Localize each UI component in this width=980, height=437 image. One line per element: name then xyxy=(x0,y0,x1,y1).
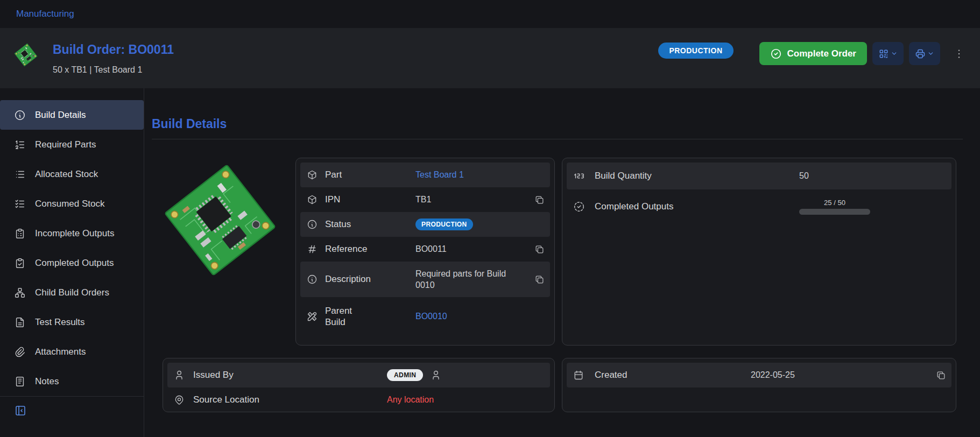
sidebar-item-child-build-orders[interactable]: Child Build Orders xyxy=(0,278,144,307)
copy-button[interactable] xyxy=(534,274,545,285)
part-thumbnail[interactable] xyxy=(13,42,39,68)
build-quantity-label: Build Quantity xyxy=(595,171,799,181)
sidebar-item-completed-outputs[interactable]: Completed Outputs xyxy=(0,248,144,278)
info-circle-icon xyxy=(14,109,26,121)
page-subtitle: 50 x TB1 | Test Board 1 xyxy=(53,65,174,75)
sidebar-item-required-parts[interactable]: Required Parts xyxy=(0,130,144,159)
tools-icon xyxy=(307,311,318,322)
paperclip-icon xyxy=(14,346,26,358)
chevron-down-icon xyxy=(927,50,934,57)
source-location-label: Source Location xyxy=(193,394,387,405)
hash-icon xyxy=(307,244,318,255)
status-badge: PRODUCTION xyxy=(415,219,473,230)
created-panel: Created 2022-05-25 xyxy=(562,358,956,412)
sidebar-item-label: Build Details xyxy=(35,110,86,121)
sidebar-item-label: Consumed Stock xyxy=(35,199,104,209)
progress-text: 25 / 50 xyxy=(824,199,845,207)
header-actions: PRODUCTION Complete Order xyxy=(658,42,965,65)
complete-order-button[interactable]: Complete Order xyxy=(759,42,867,65)
build-details-panel: Part Test Board 1 IPN TB1 xyxy=(295,158,555,346)
completed-outputs-progress: 25 / 50 xyxy=(799,199,870,215)
sidebar-item-label: Attachments xyxy=(35,347,86,357)
list-check-icon xyxy=(14,198,26,210)
progress-check-icon xyxy=(573,201,585,213)
info-circle-icon xyxy=(307,274,318,285)
qr-code-icon xyxy=(878,48,889,59)
map-pin-icon xyxy=(174,394,185,405)
circle-check-icon xyxy=(770,48,782,60)
issued-panel: Issued By ADMIN Source Location xyxy=(163,358,555,412)
build-quantity-value: 50 xyxy=(799,171,951,181)
created-row: Created 2022-05-25 xyxy=(567,363,951,387)
sidebar-item-incomplete-outputs[interactable]: Incomplete Outputs xyxy=(0,219,144,248)
complete-order-label: Complete Order xyxy=(787,48,856,59)
issued-by-row: Issued By ADMIN xyxy=(167,363,550,387)
breadcrumb: Manufacturing xyxy=(0,0,980,28)
detail-label: IPN xyxy=(325,194,415,205)
printer-icon xyxy=(915,48,926,59)
sidebar-item-attachments[interactable]: Attachments xyxy=(0,337,144,366)
description-value: Required parts for Build 0010 xyxy=(415,268,510,291)
copy-button[interactable] xyxy=(534,244,545,255)
title-block: Build Order: BO0011 50 x TB1 | Test Boar… xyxy=(53,42,174,75)
build-quantity-row: Build Quantity 50 xyxy=(567,163,951,189)
sidebar-item-consumed-stock[interactable]: Consumed Stock xyxy=(0,189,144,219)
sidebar-item-label: Incomplete Outputs xyxy=(35,228,114,239)
sidebar-item-build-details[interactable]: Build Details xyxy=(0,100,144,130)
dots-vertical-icon xyxy=(953,48,965,60)
sidebar-item-label: Required Parts xyxy=(35,139,96,150)
sidebar-item-label: Completed Outputs xyxy=(35,258,114,269)
page-header: Build Order: BO0011 50 x TB1 | Test Boar… xyxy=(0,28,980,88)
print-actions-button[interactable] xyxy=(909,42,940,65)
main-content: Build Details Part Test Board 1 xyxy=(144,88,980,437)
quantity-panel: Build Quantity 50 Completed Outputs 25 /… xyxy=(562,158,956,346)
detail-label: Part xyxy=(325,170,415,180)
part-link[interactable]: Test Board 1 xyxy=(415,170,464,179)
list-numbers-icon xyxy=(14,139,26,151)
calendar-icon xyxy=(573,370,584,380)
box-icon xyxy=(307,170,318,180)
issued-by-badge: ADMIN xyxy=(387,369,423,381)
more-actions-button[interactable] xyxy=(953,48,965,60)
breadcrumb-link-manufacturing[interactable]: Manufacturing xyxy=(16,9,74,19)
sidebar-item-label: Notes xyxy=(35,376,59,387)
sidebar-collapse-button[interactable] xyxy=(14,404,27,417)
sidebar-item-allocated-stock[interactable]: Allocated Stock xyxy=(0,159,144,189)
sidebar-item-label: Allocated Stock xyxy=(35,169,98,180)
heading-divider xyxy=(152,139,963,139)
user-icon xyxy=(174,370,185,380)
detail-row-parent-build: Parent Build BO0010 xyxy=(300,297,550,336)
source-location-value: Any location xyxy=(387,395,550,405)
box-icon xyxy=(307,194,318,205)
list-icon xyxy=(14,168,26,180)
completed-outputs-row: Completed Outputs 25 / 50 xyxy=(567,189,951,224)
sidebar-item-test-results[interactable]: Test Results xyxy=(0,307,144,337)
sitemap-icon xyxy=(14,287,26,299)
created-label: Created xyxy=(595,370,751,380)
detail-row-description: Description Required parts for Build 001… xyxy=(300,262,550,297)
sidebar-collapse-icon xyxy=(14,404,27,417)
qr-actions-button[interactable] xyxy=(872,42,904,65)
section-heading: Build Details xyxy=(152,116,963,131)
page-title: Build Order: BO0011 xyxy=(53,42,174,57)
sidebar-item-notes[interactable]: Notes xyxy=(0,366,144,396)
progress-bar xyxy=(799,209,870,215)
sidebar-item-label: Child Build Orders xyxy=(35,287,109,298)
file-report-icon xyxy=(14,316,26,328)
detail-label: Status xyxy=(325,219,415,230)
detail-row-status: Status PRODUCTION xyxy=(300,212,550,237)
part-image[interactable] xyxy=(158,158,283,283)
copy-button[interactable] xyxy=(936,370,946,380)
parent-build-link[interactable]: BO0010 xyxy=(415,312,447,321)
issued-by-label: Issued By xyxy=(193,370,387,380)
detail-row-ipn: IPN TB1 xyxy=(300,187,550,212)
user-icon xyxy=(431,370,441,380)
status-badge: PRODUCTION xyxy=(658,43,733,59)
reference-value: BO0011 xyxy=(415,244,526,254)
info-circle-icon xyxy=(307,219,318,230)
created-value: 2022-05-25 xyxy=(751,370,922,380)
detail-label: Description xyxy=(325,274,415,285)
completed-outputs-label: Completed Outputs xyxy=(595,201,799,212)
copy-button[interactable] xyxy=(534,195,545,205)
detail-label: Parent Build xyxy=(325,305,363,328)
